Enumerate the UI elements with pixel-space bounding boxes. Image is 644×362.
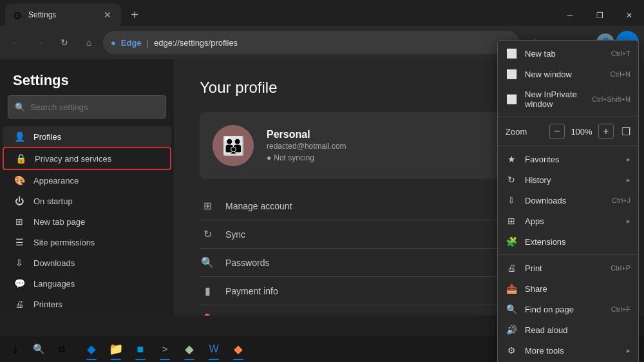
menu-item-find-shortcut: Ctrl+F: [611, 305, 630, 313]
close-button[interactable]: ✕: [614, 5, 644, 26]
sidebar-item-printers[interactable]: 🖨 Printers: [3, 294, 171, 314]
menu-item-downloads[interactable]: ⇩ Downloads Ctrl+J: [498, 190, 638, 211]
menu-item-find-label: Find on page: [525, 305, 603, 314]
menu-item-read-aloud-label: Read aloud: [525, 325, 630, 335]
menu-item-more-tools[interactable]: ⚙ More tools ▸: [498, 340, 638, 361]
more-tools-menu-icon: ⚙: [506, 345, 517, 356]
address-input-wrap[interactable]: ● Edge | edge://settings/profiles: [103, 31, 519, 54]
sidebar-item-label-startup: On startup: [33, 196, 73, 206]
search-button[interactable]: 🔍: [28, 339, 49, 359]
restore-button[interactable]: ❐: [585, 5, 614, 26]
menu-item-extensions[interactable]: 🧩 Extensions: [498, 231, 638, 252]
menu-item-inprivate[interactable]: ⬜ New InPrivate window Ctrl+Shift+N: [498, 84, 638, 114]
sidebar-item-privacy-services[interactable]: 🔒 Privacy and services: [3, 147, 171, 170]
payment-label: Payment info: [225, 286, 278, 296]
menu-item-new-window[interactable]: ⬜ New window Ctrl+N: [498, 64, 638, 84]
menu-item-history[interactable]: ↻ History ▸: [498, 169, 638, 190]
refresh-button[interactable]: ↻: [54, 32, 75, 53]
zoom-value: 100%: [570, 127, 593, 137]
apps-arrow: ▸: [627, 217, 630, 225]
taskbar-app-edge[interactable]: ◆: [80, 338, 103, 361]
tab-close-button[interactable]: ✕: [102, 9, 113, 21]
languages-icon: 💬: [13, 278, 26, 289]
print-menu-icon: 🖨: [506, 263, 517, 273]
on-startup-icon: ⏻: [13, 196, 26, 206]
sidebar-item-languages[interactable]: 💬 Languages: [3, 273, 171, 294]
menu-item-find[interactable]: 🔍 Find on page Ctrl+F: [498, 299, 638, 319]
menu-item-apps-label: Apps: [525, 216, 619, 226]
menu-item-print-shortcut: Ctrl+P: [611, 264, 630, 272]
avatar: 👪: [213, 125, 254, 166]
taskbar-app-word[interactable]: W: [202, 338, 225, 361]
context-menu: ⬜ New tab Ctrl+T ⬜ New window Ctrl+N ⬜ N…: [497, 40, 639, 362]
sidebar-item-label-profiles: Profiles: [33, 132, 61, 142]
search-settings-input[interactable]: [30, 102, 159, 112]
zoom-minus-button[interactable]: −: [549, 124, 565, 139]
history-arrow: ▸: [627, 176, 630, 184]
lock-icon: ●: [111, 38, 116, 48]
zoom-fullscreen-button[interactable]: ❒: [621, 126, 630, 138]
menu-item-read-aloud[interactable]: 🔊 Read aloud: [498, 319, 638, 340]
home-button[interactable]: ⌂: [79, 32, 99, 53]
menu-item-downloads-label: Downloads: [525, 196, 604, 205]
menu-item-inprivate-shortcut: Ctrl+Shift+N: [592, 95, 630, 103]
sidebar-item-site-permissions[interactable]: ☰ Site permissions: [3, 232, 171, 252]
sync-icon: ↻: [200, 228, 215, 240]
settings-tab[interactable]: ⚙ Settings ✕: [5, 4, 121, 26]
menu-item-favorites-label: Favorites: [525, 155, 619, 164]
inprivate-icon: ⬜: [506, 94, 517, 104]
back-button[interactable]: ←: [5, 32, 26, 53]
taskbar-apps: ◆ 📁 ■ > ◆ W ◆: [80, 338, 250, 361]
downloads-icon: ⇩: [13, 258, 26, 268]
window-controls: ─ ❐ ✕: [555, 5, 644, 26]
tab-bar: ⚙ Settings ✕ + ─ ❐ ✕: [0, 0, 644, 26]
share-menu-icon: 📤: [506, 283, 517, 294]
sidebar-item-appearance[interactable]: 🎨 Appearance: [3, 170, 171, 191]
menu-item-new-tab-shortcut: Ctrl+T: [611, 50, 630, 57]
menu-separator-3: [498, 254, 638, 255]
new-window-icon: ⬜: [506, 69, 517, 79]
taskbar-app-explorer[interactable]: 📁: [104, 338, 128, 361]
sidebar-item-downloads[interactable]: ⇩ Downloads: [3, 252, 171, 273]
apps-menu-icon: ⊞: [506, 216, 517, 226]
sidebar-item-new-tab[interactable]: ⊞ New tab page: [3, 211, 171, 232]
sync-label: Sync: [225, 229, 245, 240]
privacy-icon: 🔒: [14, 153, 27, 164]
menu-separator-2: [498, 146, 638, 146]
manage-account-icon: ⊞: [200, 200, 215, 212]
addresses-label: Addresses and more: [225, 314, 308, 316]
search-settings-box[interactable]: 🔍: [8, 95, 166, 119]
menu-item-new-window-shortcut: Ctrl+N: [611, 70, 630, 78]
zoom-plus-button[interactable]: +: [598, 124, 614, 139]
taskbar-app-game[interactable]: ◆: [178, 338, 201, 361]
sidebar-item-on-startup[interactable]: ⏻ On startup: [3, 191, 171, 211]
start-button[interactable]: ⫰: [5, 339, 26, 359]
new-tab-button[interactable]: +: [124, 4, 146, 26]
site-permissions-icon: ☰: [13, 237, 26, 247]
forward-button[interactable]: →: [30, 32, 50, 53]
taskbar-app-misc[interactable]: ◆: [227, 338, 250, 361]
menu-item-print[interactable]: 🖨 Print Ctrl+P: [498, 258, 638, 278]
minimize-button[interactable]: ─: [555, 5, 585, 26]
history-menu-icon: ↻: [506, 175, 517, 185]
sidebar-item-label-printers: Printers: [33, 300, 62, 309]
menu-item-favorites[interactable]: ★ Favorites ▸: [498, 149, 638, 169]
task-view-button[interactable]: ⧉: [52, 339, 72, 359]
settings-sidebar: Settings 🔍 👤 Profiles 🔒 Privacy and serv…: [0, 59, 174, 316]
taskbar-app-terminal[interactable]: >: [153, 338, 176, 361]
zoom-label: Zoom: [506, 127, 544, 137]
sidebar-item-label-new-tab: New tab page: [33, 217, 85, 227]
menu-item-apps[interactable]: ⊞ Apps ▸: [498, 211, 638, 231]
sidebar-item-profiles[interactable]: 👤 Profiles: [3, 126, 171, 147]
address-brand: Edge: [121, 38, 142, 48]
profiles-icon: 👤: [13, 131, 26, 142]
payment-icon: ▮: [200, 285, 215, 297]
menu-item-new-tab[interactable]: ⬜ New tab Ctrl+T: [498, 43, 638, 64]
taskbar-app-store[interactable]: ■: [129, 338, 152, 361]
menu-item-share-label: Share: [525, 284, 630, 294]
settings-title: Settings: [0, 59, 174, 95]
menu-item-share[interactable]: 📤 Share: [498, 278, 638, 299]
sidebar-item-system[interactable]: ⚙ System: [3, 314, 171, 316]
favorites-arrow: ▸: [627, 155, 630, 164]
favorites-menu-icon: ★: [506, 154, 517, 164]
